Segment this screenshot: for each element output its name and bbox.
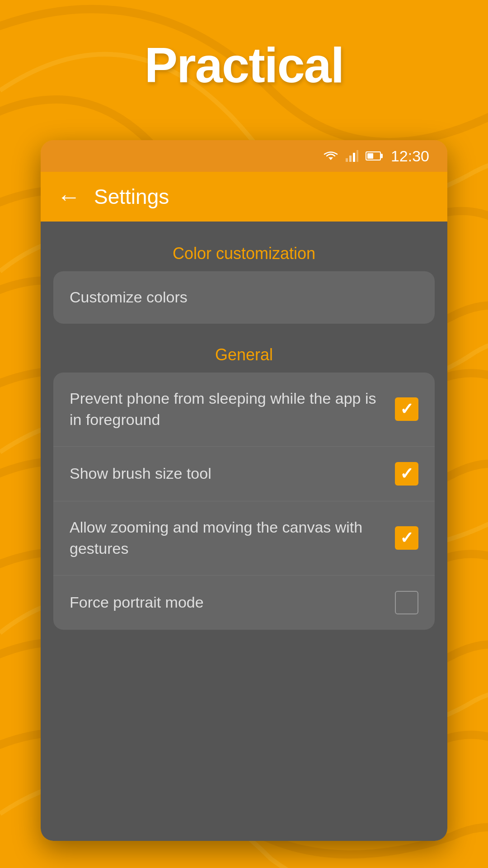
svg-marker-1 [328,157,333,160]
allow-zooming-checkbox[interactable]: ✓ [395,526,418,550]
signal-icon [346,150,358,162]
color-customization-card: Customize colors [53,271,435,324]
force-portrait-checkbox[interactable] [395,591,418,614]
status-icons: 12:30 [323,147,429,165]
force-portrait-row[interactable]: Force portrait mode [53,576,435,630]
settings-title: Settings [94,184,169,209]
show-brush-size-label: Show brush size tool [70,463,395,485]
app-title: Practical [0,36,488,94]
app-bar: ← Settings [41,172,447,222]
allow-zooming-label: Allow zooming and moving the canvas with… [70,517,395,560]
battery-icon [366,151,381,160]
svg-rect-2 [346,158,348,162]
svg-rect-5 [357,150,358,162]
general-header: General [41,336,447,373]
customize-colors-row[interactable]: Customize colors [53,271,435,324]
wifi-icon [323,150,338,162]
prevent-sleeping-label: Prevent phone from sleeping while the ap… [70,388,395,431]
checkmark-icon-2: ✓ [400,466,413,482]
svg-rect-4 [353,153,355,162]
show-brush-size-checkbox[interactable]: ✓ [395,462,418,486]
svg-rect-3 [349,156,352,162]
checkmark-icon-3: ✓ [400,530,413,546]
prevent-sleeping-row[interactable]: Prevent phone from sleeping while the ap… [53,373,435,447]
settings-content: Color customization Customize colors Gen… [41,222,447,841]
back-button[interactable]: ← [57,185,80,208]
allow-zooming-row[interactable]: Allow zooming and moving the canvas with… [53,501,435,576]
status-bar: 12:30 [41,140,447,172]
color-customization-header: Color customization [41,235,447,271]
status-time: 12:30 [391,147,429,165]
customize-colors-label: Customize colors [70,287,418,308]
general-card: Prevent phone from sleeping while the ap… [53,373,435,630]
show-brush-size-row[interactable]: Show brush size tool ✓ [53,447,435,501]
checkmark-icon: ✓ [400,401,413,417]
prevent-sleeping-checkbox[interactable]: ✓ [395,397,418,421]
force-portrait-label: Force portrait mode [70,592,395,613]
phone-frame: 12:30 ← Settings Color customization Cus… [41,140,447,841]
